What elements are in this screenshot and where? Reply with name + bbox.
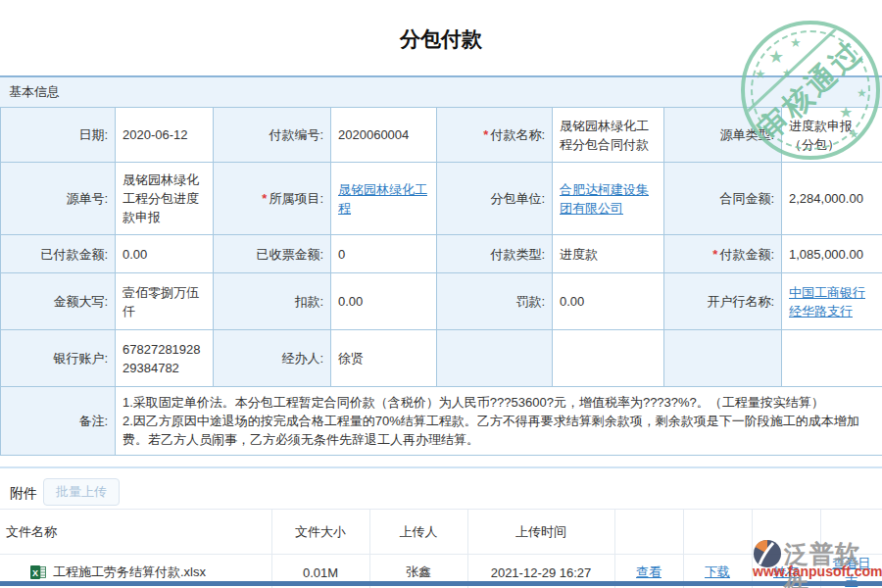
attachments-header-row: 文件名称 文件大小 上传人 上传时间 bbox=[0, 510, 882, 555]
excel-file-icon: X bbox=[30, 564, 46, 580]
pay-name-label: *付款名称: bbox=[437, 108, 553, 163]
download-link[interactable]: 下载 bbox=[705, 564, 730, 579]
paid-amount-value: 0.00 bbox=[116, 235, 214, 273]
pay-amount-value: 1,085,000.00 bbox=[782, 235, 882, 273]
file-name: 工程施工劳务结算付款.xlsx bbox=[53, 564, 206, 581]
contract-amount-value: 2,284,000.00 bbox=[782, 163, 882, 235]
page-title: 分包付款 bbox=[0, 25, 882, 53]
subcontractor-link[interactable]: 合肥达柯建设集团有限公司 bbox=[560, 182, 649, 216]
empty-value-cell bbox=[553, 330, 664, 387]
date-label: 日期: bbox=[1, 108, 116, 163]
project-value: 晟铭园林绿化工程 bbox=[331, 163, 437, 235]
empty-header-cell bbox=[683, 510, 752, 555]
project-label: *所属项目: bbox=[214, 163, 331, 235]
batch-upload-button[interactable]: 批量上传 bbox=[43, 478, 120, 506]
subcontractor-label: 分包单位: bbox=[437, 163, 553, 235]
pay-type-value: 进度款 bbox=[553, 235, 664, 273]
uploader-header: 上传人 bbox=[369, 510, 467, 555]
upload-time-header: 上传时间 bbox=[467, 510, 614, 555]
amount-words-value: 壹佰零捌万伍仟 bbox=[116, 273, 214, 330]
bank-account-label: 银行账户: bbox=[1, 330, 116, 387]
section-header-basic-info: 基本信息 bbox=[0, 75, 882, 107]
empty-label-cell bbox=[664, 330, 782, 387]
date-value: 2020-06-12 bbox=[116, 108, 214, 163]
pay-amount-label: *付款金额: bbox=[664, 235, 782, 273]
source-no-value: 晟铭园林绿化工程分包进度款申报 bbox=[116, 163, 214, 235]
project-link[interactable]: 晟铭园林绿化工程 bbox=[338, 182, 427, 216]
fine-value: 0.00 bbox=[553, 273, 664, 330]
table-row: 银行账户: 6782728192829384782 经办人: 徐贤 bbox=[1, 330, 882, 387]
remark-label: 备注: bbox=[1, 387, 116, 456]
source-type-label: 源单类型: bbox=[664, 108, 782, 163]
required-asterisk: * bbox=[483, 127, 488, 142]
table-row: 日期: 2020-06-12 付款编号: 2020060004 *付款名称: 晟… bbox=[1, 108, 882, 163]
empty-label-cell bbox=[437, 330, 553, 387]
subcontractor-value: 合肥达柯建设集团有限公司 bbox=[553, 163, 664, 235]
empty-header-cell bbox=[614, 510, 683, 555]
invoiced-amount-value: 0 bbox=[331, 235, 437, 273]
fine-label: 罚款: bbox=[437, 273, 553, 330]
required-asterisk: * bbox=[262, 191, 267, 206]
basic-info-table: 日期: 2020-06-12 付款编号: 2020060004 *付款名称: 晟… bbox=[0, 107, 882, 456]
file-size-header: 文件大小 bbox=[271, 510, 369, 555]
attachments-table: 文件名称 文件大小 上传人 上传时间 X 工程施工劳务结算付款.xlsx 0.0… bbox=[0, 509, 882, 588]
source-no-label: 源单号: bbox=[1, 163, 116, 235]
bank-name-label: 开户行名称: bbox=[664, 273, 782, 330]
handler-value: 徐贤 bbox=[331, 330, 437, 387]
bank-name-link[interactable]: 中国工商银行经华路支行 bbox=[789, 285, 865, 318]
bottom-accent-bar bbox=[0, 581, 882, 586]
attachments-section-title: 附件 bbox=[10, 485, 37, 503]
required-asterisk: * bbox=[712, 247, 717, 262]
amount-words-label: 金额大写: bbox=[1, 273, 116, 330]
file-name-header: 文件名称 bbox=[0, 510, 271, 555]
invoiced-amount-label: 已收票金额: bbox=[214, 235, 331, 273]
section-divider bbox=[0, 466, 882, 468]
table-row: 金额大写: 壹佰零捌万伍仟 扣款: 0.00 罚款: 0.00 开户行名称: 中… bbox=[1, 273, 882, 330]
table-row: 备注: 1.采取固定单价法。本分包工程暂定合同价款（含税价）为人民币???536… bbox=[1, 387, 882, 456]
bank-name-value: 中国工商银行经华路支行 bbox=[782, 273, 882, 330]
contract-amount-label: 合同金额: bbox=[664, 163, 782, 235]
view-link[interactable]: 查看 bbox=[636, 564, 662, 579]
deduction-value: 0.00 bbox=[331, 273, 437, 330]
watermark-url: www.fanpusoft.com bbox=[753, 564, 882, 579]
handler-label: 经办人: bbox=[214, 330, 331, 387]
svg-text:X: X bbox=[32, 568, 38, 578]
empty-value-cell bbox=[782, 330, 882, 387]
pay-type-label: 付款类型: bbox=[437, 235, 553, 273]
table-row: 已付款金额: 0.00 已收票金额: 0 付款类型: 进度款 *付款金额: 1,… bbox=[1, 235, 882, 273]
bank-account-value: 6782728192829384782 bbox=[116, 330, 214, 387]
pay-name-value: 晟铭园林绿化工程分包合同付款 bbox=[553, 108, 664, 163]
pay-no-value: 2020060004 bbox=[331, 108, 437, 163]
table-row: 源单号: 晟铭园林绿化工程分包进度款申报 *所属项目: 晟铭园林绿化工程 分包单… bbox=[1, 163, 882, 235]
deduction-label: 扣款: bbox=[214, 273, 331, 330]
paid-amount-label: 已付款金额: bbox=[1, 235, 116, 273]
remark-value: 1.采取固定单价法。本分包工程暂定合同价款（含税价）为人民币???53600?元… bbox=[116, 387, 882, 456]
pay-no-label: 付款编号: bbox=[214, 108, 331, 163]
source-type-value: 进度款申报（分包） bbox=[782, 108, 882, 163]
